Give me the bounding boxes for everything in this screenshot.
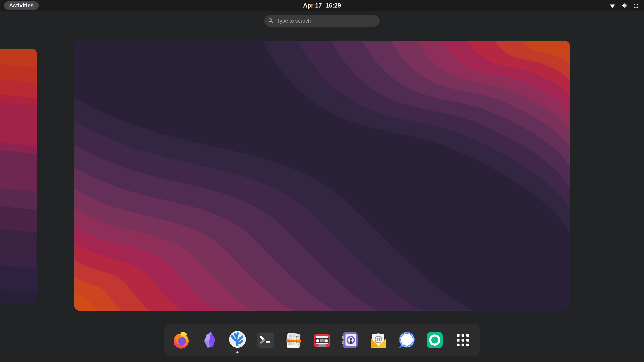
search-bar[interactable] <box>264 15 380 27</box>
firefox-icon <box>172 331 190 350</box>
mail-icon-glyph: @ <box>374 334 382 344</box>
dock-item-newsflash[interactable]: NEWS <box>284 331 303 350</box>
app-grid-icon <box>454 331 472 350</box>
wallpaper-left <box>0 49 37 303</box>
system-status-area[interactable] <box>609 0 639 11</box>
dock-item-coral[interactable] <box>228 331 247 350</box>
dash: NEWS <box>164 324 480 357</box>
signal-icon <box>397 331 416 350</box>
dock-item-terminal[interactable] <box>256 331 275 350</box>
clock-button[interactable]: Apr 17 16:29 <box>303 0 341 11</box>
element-icon <box>425 331 444 350</box>
dock-item-mail[interactable]: @ <box>369 331 388 350</box>
dock-item-password-safe[interactable] <box>341 331 360 350</box>
wallpaper-current <box>74 41 570 311</box>
dock-item-element[interactable] <box>425 331 444 350</box>
terminal-icon <box>256 331 275 350</box>
power-icon <box>632 2 639 9</box>
magnifier-icon <box>268 18 274 24</box>
clock-time: 16:29 <box>326 2 341 9</box>
newsflash-icon: NEWS <box>284 331 303 350</box>
workspace-preview-previous[interactable] <box>0 49 37 303</box>
activities-button[interactable]: Activities <box>4 1 39 10</box>
workspace-preview-current[interactable] <box>74 41 570 311</box>
running-indicator-dot <box>236 352 238 354</box>
password-safe-icon <box>341 331 360 350</box>
dock-item-cassette[interactable] <box>312 331 332 350</box>
search-input[interactable] <box>276 18 378 24</box>
dock-item-firefox[interactable] <box>172 331 190 350</box>
volume-icon <box>621 2 628 9</box>
show-apps-button[interactable] <box>454 331 472 350</box>
mail-icon: @ <box>369 331 388 350</box>
clock-date: Apr 17 <box>303 2 322 9</box>
dock-item-signal[interactable] <box>397 331 416 350</box>
wifi-icon <box>609 2 616 9</box>
coral-icon <box>228 331 247 350</box>
top-bar: Activities Apr 17 16:29 <box>0 0 644 11</box>
dock-item-obsidian[interactable] <box>200 331 219 350</box>
obsidian-icon <box>200 331 219 350</box>
cassette-icon <box>312 331 332 350</box>
